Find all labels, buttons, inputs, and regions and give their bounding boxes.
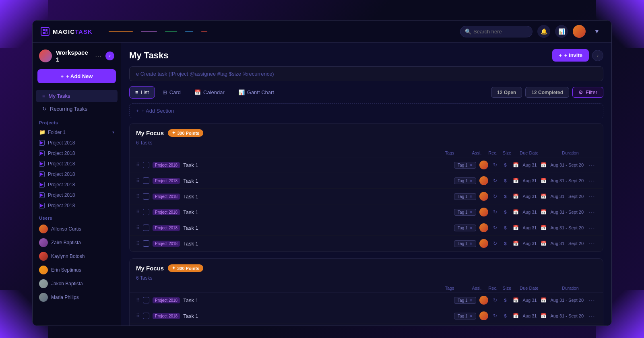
due-date: Aug 31 (523, 178, 537, 183)
task-checkbox[interactable] (143, 225, 149, 231)
sidebar-item-recurring-tasks[interactable]: ↻ Recurring Tasks (36, 103, 118, 115)
assignee-avatar (479, 239, 488, 248)
task-name: Task 1 (183, 162, 198, 168)
more-options-button[interactable]: ⋯ (587, 193, 597, 200)
calendar-icon: 📅 (512, 208, 520, 216)
sidebar-user-maria[interactable]: Maria Philips (33, 291, 121, 304)
task-name: Task 1 (183, 241, 198, 247)
sidebar-project-2[interactable]: Project 2018 (33, 148, 121, 159)
task-row[interactable]: ⠿ Project 2018 Task 1 Tag 1✕ ↻ $ 📅 Aug 3… (130, 189, 603, 204)
tag-remove[interactable]: ✕ (469, 179, 473, 183)
tag-remove[interactable]: ✕ (469, 226, 473, 230)
task-checkbox[interactable] (143, 209, 149, 215)
tag-remove[interactable]: ✕ (469, 298, 473, 303)
task-row[interactable]: ⠿ Project 2018 Task 1 Tag 1✕ ↻ $ 📅 Aug 3… (130, 236, 603, 251)
task-row[interactable]: ⠿ Project 2018 Task 1 Tag 1✕ ↻ $ 📅 Aug 3… (130, 220, 603, 236)
tabs-right: 12 Open 12 Completed ⚙ Filter (491, 87, 603, 98)
more-options-button[interactable]: ⋯ (587, 161, 597, 169)
task-row[interactable]: ⠿ Project 2018 Task 1 Tag 1✕ ↻ $ 📅 Aug 3… (130, 324, 603, 326)
sidebar-project-4[interactable]: Project 2018 (33, 169, 121, 179)
duration-range: Aug 31 - Sept 20 (550, 241, 584, 246)
sidebar-project-6[interactable]: Project 2018 (33, 190, 121, 200)
sidebar-user-zaire[interactable]: Zaire Baptista (33, 236, 121, 249)
more-options-button[interactable]: ⋯ (587, 240, 597, 247)
tab-calendar[interactable]: 📅 Calendar (188, 86, 231, 99)
tab-list[interactable]: ≡ List (129, 86, 155, 99)
task-row[interactable]: ⠿ Project 2018 Task 1 Tag 1✕ ↻ $ 📅 Aug 3… (130, 173, 603, 189)
filter-button[interactable]: ⚙ Filter (572, 87, 603, 98)
drag-handle[interactable]: ⠿ (136, 225, 140, 231)
sidebar-project-7[interactable]: Project 2018 (33, 200, 121, 211)
open-count-badge[interactable]: 12 Open (491, 87, 522, 98)
tag-remove[interactable]: ✕ (469, 241, 473, 246)
col-header-tags: Tags (431, 286, 468, 291)
more-options-button[interactable]: ⋯ (587, 208, 597, 216)
task-checkbox[interactable] (143, 240, 149, 247)
project-icon (39, 203, 45, 208)
sidebar-project-5[interactable]: Project 2018 (33, 179, 121, 190)
notifications-button[interactable]: 🔔 (537, 25, 550, 38)
col-header-assi: Assi. (468, 286, 486, 291)
sidebar-user-jakob[interactable]: Jakob Baptista (33, 277, 121, 291)
task-checkbox[interactable] (143, 193, 149, 200)
collapse-right-button[interactable]: › (592, 50, 603, 61)
logo-icon (41, 27, 50, 36)
drag-handle[interactable]: ⠿ (136, 209, 140, 215)
tasks-scroll-area[interactable]: + + Add Section My Focus ✦ 300 Points 6 (121, 103, 611, 326)
sidebar-user-erin[interactable]: Erin Septimus (33, 263, 121, 277)
rec-icon: ↻ (491, 177, 499, 184)
task-row[interactable]: ⠿ Project 2018 Task 1 Tag 1✕ ↻ $ 📅 Aug 3… (130, 308, 603, 324)
drag-handle[interactable]: ⠿ (136, 241, 140, 246)
dropdown-button[interactable]: ▼ (590, 25, 603, 38)
sidebar-user-kaylynn[interactable]: Kaylynn Botosh (33, 249, 121, 263)
user-avatar-button[interactable] (573, 25, 586, 38)
sidebar-project-3[interactable]: Project 2018 (33, 159, 121, 169)
task-checkbox[interactable] (143, 297, 149, 303)
duration-calendar-icon: 📅 (540, 312, 547, 319)
task-checkbox[interactable] (143, 313, 149, 319)
create-task-bar[interactable]: e Create task (!Project @assignee #tag $… (129, 66, 603, 81)
search-wrapper: 🔍 (460, 26, 533, 37)
add-section-button[interactable]: + + Add Section (129, 103, 603, 118)
right-panel: My Tasks + + Invite › e Create task (!Pr… (121, 43, 611, 326)
folder-icon: 📁 (39, 129, 45, 135)
sidebar-user-alfonso[interactable]: Alfonso Curtis (33, 222, 121, 236)
drag-handle[interactable]: ⠿ (136, 162, 140, 168)
col-header-duration: Duration (544, 286, 597, 291)
tab-gantt[interactable]: 📊 Gantt Chart (232, 86, 280, 99)
stats-button[interactable]: 📊 (555, 25, 568, 38)
invite-button[interactable]: + + Invite (552, 49, 589, 62)
sidebar-collapse-button[interactable]: ‹ (105, 52, 114, 60)
task-checkbox[interactable] (143, 162, 149, 168)
duration-calendar-icon: 📅 (540, 177, 547, 184)
completed-count-badge[interactable]: 12 Completed (525, 87, 569, 98)
folder-1-item[interactable]: 📁 Folder 1 ▾ (33, 127, 121, 138)
add-new-button[interactable]: + + Add New (37, 69, 116, 83)
more-options-button[interactable]: ⋯ (587, 297, 597, 304)
svg-rect-0 (43, 29, 45, 31)
drag-handle[interactable]: ⠿ (136, 194, 140, 199)
sidebar-item-my-tasks[interactable]: ≡ My Tasks (36, 90, 118, 102)
assignee-avatar (479, 176, 488, 185)
points-badge-1: ✦ 300 Points (168, 129, 203, 137)
more-options-button[interactable]: ⋯ (587, 312, 597, 320)
task-row[interactable]: ⠿ Project 2018 Task 1 Tag 1✕ ↻ $ 📅 Aug 3… (130, 204, 603, 220)
main-content: Workspace 1 ⋯ ‹ + + Add New ≡ My Tasks ↻… (33, 43, 611, 326)
task-row[interactable]: ⠿ Project 2018 Task 1 Tag 1✕ ↻ $ 📅 Aug 3… (130, 157, 603, 173)
task-meta: Tag 1✕ ↻ $ 📅 Aug 31 📅 Aug 31 - Sept 20 ⋯ (454, 208, 597, 216)
more-options-button[interactable]: ⋯ (587, 224, 597, 232)
tag-remove[interactable]: ✕ (469, 194, 473, 199)
task-checkbox[interactable] (143, 177, 149, 184)
workspace-menu-button[interactable]: ⋯ (95, 52, 101, 60)
drag-handle[interactable]: ⠿ (136, 178, 140, 183)
tag-remove[interactable]: ✕ (469, 163, 473, 167)
tab-card[interactable]: ⊞ Card (157, 86, 187, 99)
drag-handle[interactable]: ⠿ (136, 313, 140, 319)
tag-remove[interactable]: ✕ (469, 314, 473, 318)
more-options-button[interactable]: ⋯ (587, 177, 597, 185)
drag-handle[interactable]: ⠿ (136, 297, 140, 303)
tag-remove[interactable]: ✕ (469, 210, 473, 214)
task-row[interactable]: ⠿ Project 2018 Task 1 Tag 1✕ ↻ $ 📅 Aug 3… (130, 293, 603, 308)
size-icon: $ (502, 240, 509, 247)
sidebar-project-1[interactable]: Project 2018 (33, 138, 121, 148)
